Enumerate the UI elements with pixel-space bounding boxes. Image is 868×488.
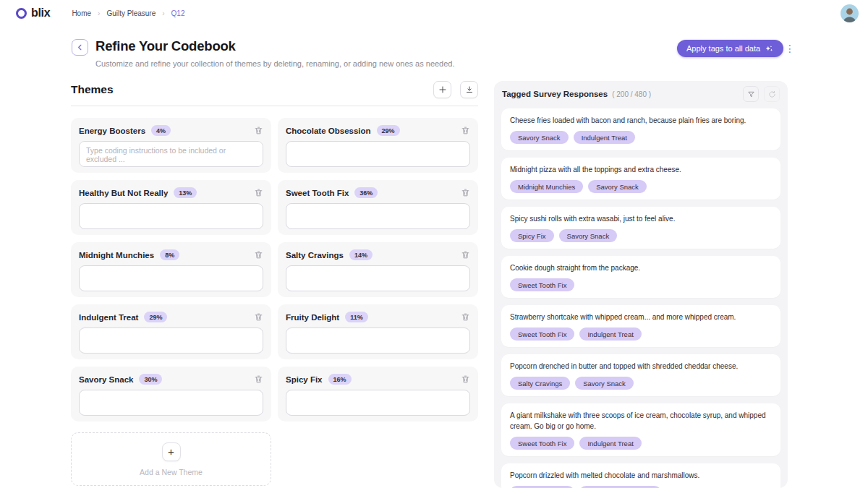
apply-tags-button[interactable]: Apply tags to all data: [677, 40, 783, 57]
response-card[interactable]: Popcorn drenched in butter and topped wi…: [501, 354, 780, 396]
response-card[interactable]: Midnight pizza with all the toppings and…: [501, 158, 780, 200]
theme-card: Healthy But Not Really 13%: [71, 180, 271, 235]
theme-instructions-input[interactable]: [79, 141, 263, 167]
response-card[interactable]: Spicy sushi rolls with extra wasabi, jus…: [501, 207, 780, 249]
trash-icon: [461, 374, 470, 384]
theme-percent-badge: 36%: [354, 187, 378, 198]
response-text: Popcorn drenched in butter and topped wi…: [510, 361, 772, 372]
theme-card: Chocolate Obsession 29%: [278, 118, 478, 173]
response-card[interactable]: Popcorn drizzled with melted chocolate a…: [501, 463, 780, 488]
plus-icon: [438, 85, 447, 94]
response-card[interactable]: A giant milkshake with three scoops of i…: [501, 403, 780, 456]
response-card[interactable]: Strawberry shortcake with whipped cream.…: [501, 305, 780, 347]
logo-text: blix: [31, 7, 50, 20]
theme-name: Spicy Fix: [286, 375, 323, 384]
delete-theme-button[interactable]: [254, 126, 263, 135]
tag-pill[interactable]: Sweet Tooth Fix: [510, 278, 574, 291]
theme-instructions-input[interactable]: [79, 203, 263, 229]
theme-percent-badge: 13%: [174, 187, 197, 198]
theme-name: Sweet Tooth Fix: [286, 189, 349, 197]
theme-instructions-input[interactable]: [286, 141, 470, 167]
response-card[interactable]: Cookie dough straight from the package. …: [501, 256, 780, 298]
theme-percent-badge: 16%: [328, 374, 352, 385]
breadcrumb-item-home[interactable]: Home: [72, 9, 91, 17]
refresh-icon: [768, 90, 776, 98]
response-text: Midnight pizza with all the toppings and…: [510, 164, 772, 175]
tag-pill[interactable]: Sweet Tooth Fix: [510, 328, 574, 341]
theme-name: Salty Cravings: [286, 251, 344, 260]
tag-pill[interactable]: Savory Snack: [559, 229, 618, 242]
theme-name: Fruity Delight: [286, 313, 339, 322]
breadcrumb-item-project[interactable]: Guilty Pleasure: [106, 9, 156, 17]
theme-card: Spicy Fix 16%: [278, 367, 478, 421]
delete-theme-button[interactable]: [461, 126, 470, 135]
filter-button[interactable]: [743, 86, 759, 102]
back-button[interactable]: [72, 39, 88, 56]
refresh-button[interactable]: [764, 86, 780, 102]
breadcrumb-separator: ›: [98, 9, 100, 17]
add-new-theme-card[interactable]: + Add a New Theme: [71, 432, 271, 486]
user-avatar[interactable]: [841, 4, 859, 22]
delete-theme-button[interactable]: [254, 188, 263, 197]
theme-percent-badge: 29%: [377, 125, 400, 136]
add-theme-button[interactable]: [433, 81, 451, 98]
responses-count: ( 200 / 480 ): [612, 90, 651, 98]
tag-pill[interactable]: Indulgent Treat: [574, 131, 635, 144]
theme-instructions-input[interactable]: [286, 390, 470, 416]
plus-icon[interactable]: +: [162, 442, 181, 461]
theme-percent-badge: 11%: [345, 312, 368, 322]
tag-pill[interactable]: Savory Snack: [575, 377, 634, 390]
response-text: Cheese fries loaded with bacon and ranch…: [510, 115, 772, 126]
tag-pill[interactable]: Indulgent Treat: [579, 437, 641, 450]
delete-theme-button[interactable]: [461, 250, 470, 260]
trash-icon: [254, 250, 263, 260]
trash-icon: [254, 188, 263, 197]
responses-list: Cheese fries loaded with bacon and ranch…: [494, 107, 788, 488]
theme-card: Midnight Munchies 8%: [71, 242, 271, 297]
tag-pill[interactable]: Salty Cravings: [510, 377, 570, 390]
filter-icon: [747, 90, 755, 98]
theme-percent-badge: 30%: [139, 374, 162, 385]
tag-pill[interactable]: Savory Snack: [510, 131, 569, 144]
theme-card: Salty Cravings 14%: [278, 242, 478, 297]
theme-instructions-input[interactable]: [79, 265, 263, 291]
response-tags: Spicy FixSavory Snack: [510, 229, 772, 242]
response-tags: Midnight MunchiesSavory Snack: [510, 180, 772, 193]
delete-theme-button[interactable]: [254, 250, 263, 260]
theme-instructions-input[interactable]: [79, 328, 263, 354]
response-card[interactable]: Cheese fries loaded with bacon and ranch…: [501, 108, 780, 150]
theme-instructions-input[interactable]: [286, 328, 470, 354]
delete-theme-button[interactable]: [254, 312, 263, 322]
trash-icon: [254, 126, 263, 135]
app-logo[interactable]: blix: [16, 7, 50, 20]
theme-name: Energy Boosters: [79, 127, 145, 135]
theme-name: Midnight Munchies: [79, 251, 154, 260]
responses-panel-header: Tagged Survey Responses ( 200 / 480 ): [494, 81, 788, 107]
breadcrumb: Home › Guilty Pleasure › Q12: [72, 9, 184, 17]
tag-pill[interactable]: Spicy Fix: [510, 229, 554, 242]
theme-grid: Energy Boosters 4% Chocolate Obsession 2…: [71, 118, 478, 421]
delete-theme-button[interactable]: [461, 374, 470, 384]
theme-percent-badge: 29%: [144, 312, 167, 322]
delete-theme-button[interactable]: [461, 188, 470, 197]
delete-theme-button[interactable]: [254, 374, 263, 384]
logo-ring-icon: [16, 8, 27, 19]
theme-instructions-input[interactable]: [286, 203, 470, 229]
tag-pill[interactable]: Indulgent Treat: [579, 328, 641, 341]
tag-pill[interactable]: Savory Snack: [588, 180, 647, 193]
response-text: A giant milkshake with three scoops of i…: [510, 410, 772, 432]
tag-pill[interactable]: Midnight Munchies: [510, 180, 583, 193]
breadcrumb-separator: ›: [162, 9, 164, 17]
theme-name: Savory Snack: [79, 375, 133, 384]
person-icon: [841, 4, 859, 22]
theme-instructions-input[interactable]: [286, 265, 470, 291]
response-text: Spicy sushi rolls with extra wasabi, jus…: [510, 213, 772, 224]
theme-instructions-input[interactable]: [79, 390, 263, 416]
breadcrumb-item-question[interactable]: Q12: [171, 9, 185, 17]
delete-theme-button[interactable]: [461, 312, 470, 322]
theme-name: Chocolate Obsession: [286, 127, 371, 135]
sparkles-icon: [765, 44, 774, 53]
download-themes-button[interactable]: [460, 81, 478, 98]
tag-pill[interactable]: Sweet Tooth Fix: [510, 437, 574, 450]
kebab-menu-icon[interactable]: ⋮: [785, 41, 795, 56]
